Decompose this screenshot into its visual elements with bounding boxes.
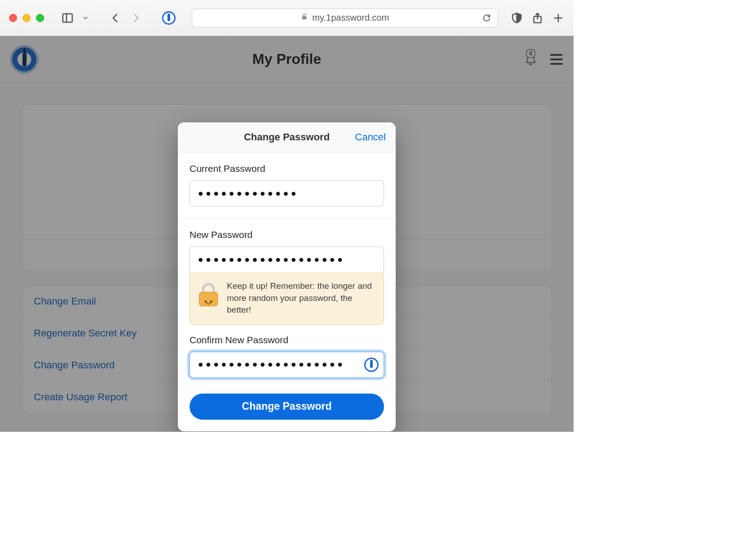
submit-change-password-button[interactable]: Change Password [190,394,384,420]
password-strength-hint: Keep it up! Remember: the longer and mor… [190,273,384,325]
svg-rect-2 [302,16,306,19]
forward-button-icon[interactable] [130,12,142,24]
window-controls [9,14,44,22]
share-icon[interactable] [531,12,544,24]
new-password-label: New Password [190,229,384,240]
chevron-down-icon[interactable] [82,12,89,24]
confirm-password-label: Confirm New Password [190,335,384,345]
hint-text: Keep it up! Remember: the longer and mor… [227,280,375,316]
onepassword-extension-icon[interactable] [162,11,176,25]
new-tab-icon[interactable] [552,12,565,24]
reload-icon[interactable] [482,13,491,22]
sidebar-toggle-icon[interactable] [61,12,74,24]
confirm-password-input[interactable] [190,352,384,378]
lock-icon [301,13,308,23]
cancel-button[interactable]: Cancel [355,131,386,143]
shield-icon[interactable] [511,12,523,24]
browser-toolbar: my.1password.com [0,0,574,36]
address-bar-url: my.1password.com [312,13,389,23]
onepassword-inline-icon[interactable] [364,358,379,372]
svg-rect-0 [63,13,72,22]
modal-title: Change Password [244,131,330,143]
zoom-window-button[interactable] [36,14,44,22]
new-password-input[interactable] [190,246,384,273]
minimize-window-button[interactable] [23,14,31,22]
change-password-modal: Change Password Cancel Current Password … [178,122,396,431]
close-window-button[interactable] [9,14,17,22]
padlock-icon [198,283,219,306]
address-bar[interactable]: my.1password.com [192,9,498,27]
back-button-icon[interactable] [109,12,122,24]
current-password-label: Current Password [190,163,384,174]
current-password-input[interactable] [190,180,384,206]
